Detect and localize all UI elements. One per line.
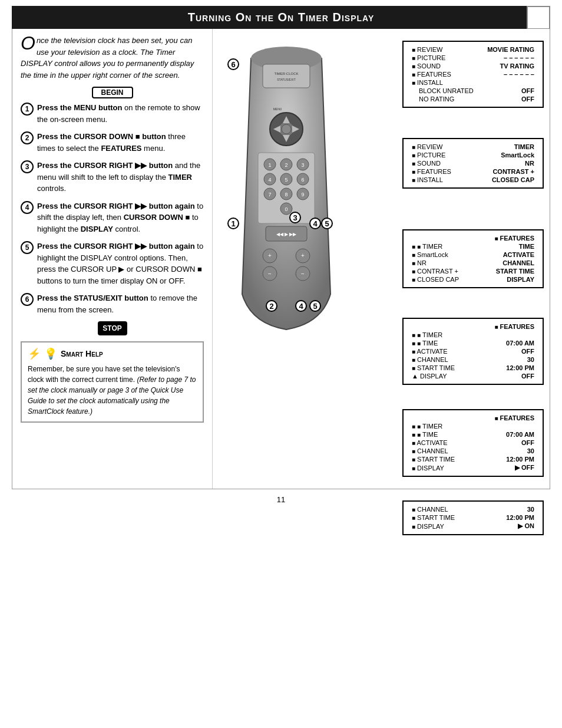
step-3: 3 Press the CURSOR RIGHT ▶▶ button and t… [21,160,204,195]
step-2: 2 Press the CURSOR DOWN ■ button three t… [21,131,204,154]
svg-point-31 [282,124,291,134]
svg-text:3: 3 [301,162,304,168]
menu-screen-2: ■ REVIEWTIMER ■ PICTURESmartLock ■ SOUND… [402,138,544,189]
step-3-text: Press the CURSOR RIGHT ▶▶ button and the… [37,160,204,195]
right-column: TIMER·CLOCK STATUS/EXIT 1 2 3 4 5 [213,29,550,489]
svg-text:−: − [268,271,272,277]
remote-step-label-6: 6 [227,58,239,70]
svg-text:1: 1 [268,162,271,168]
step-4: 4 Press the CURSOR RIGHT ▶▶ button again… [21,200,204,235]
remote-step-label-5a: 5 [309,300,321,312]
svg-text:+: + [301,252,305,259]
remote-diagram: TIMER·CLOCK STATUS/EXIT 1 2 3 4 5 [224,47,378,378]
svg-text:◀◀  ▶  ▶▶: ◀◀ ▶ ▶▶ [276,232,297,237]
step-1: 1 Press the MENU button on the remote to… [21,102,204,125]
menu-screen-3: ■ FEATURES ■ ■ TIMERTIME ■ SmartLockACTI… [402,229,544,288]
smart-help-title: ⚡ 💡 Smart Help [28,347,197,360]
drop-cap: O [21,34,35,52]
remote-step-label-4a: 4 [295,300,307,312]
svg-text:−: − [301,271,305,277]
smart-help-text: Remember, be sure you have set the telev… [28,364,197,417]
menu-screen-4: ■ FEATURES ■ ■ TIMER ■ ■ TIME07:00 AM ■ … [402,318,544,385]
svg-text:6: 6 [301,177,304,183]
step-5-number: 5 [21,241,34,254]
remote-step-label-2a: 2 [266,300,277,312]
svg-text:STATUS/EXIT: STATUS/EXIT [277,78,295,81]
svg-text:2: 2 [285,162,287,168]
corner-decoration [527,6,550,29]
step-1-text: Press the MENU button on the remote to s… [37,102,204,125]
intro-text: nce the television clock has been set, y… [21,36,194,80]
svg-text:TIMER·CLOCK: TIMER·CLOCK [274,72,298,75]
step-4-number: 4 [21,201,34,214]
remote-step-label-3: 3 [289,212,301,223]
svg-text:5: 5 [285,177,287,183]
svg-text:4: 4 [268,177,271,183]
step-6-number: 6 [21,293,34,306]
step-5: 5 Press the CURSOR RIGHT ▶▶ button again… [21,241,204,286]
main-content: O nce the television clock has been set,… [12,29,550,489]
step-3-number: 3 [21,160,34,173]
smart-help-box: ⚡ 💡 Smart Help Remember, be sure you hav… [21,341,204,423]
svg-rect-1 [263,64,310,88]
step-2-text: Press the CURSOR DOWN ■ button three tim… [37,131,204,154]
step-1-number: 1 [21,103,34,116]
remote-step-label-1: 1 [227,218,239,229]
svg-text:8: 8 [285,192,287,197]
intro-paragraph: O nce the television clock has been set,… [21,35,204,81]
begin-badge: BEGIN [92,87,133,98]
step-4-text: Press the CURSOR RIGHT ▶▶ button again t… [37,200,204,235]
svg-text:+: + [268,252,272,259]
remote-svg: TIMER·CLOCK STATUS/EXIT 1 2 3 4 5 [224,47,348,377]
svg-text:9: 9 [301,192,304,197]
lightbulb-icon: 💡 [44,347,57,360]
page-wrapper: Turning On the On Timer Display O nce th… [0,6,562,510]
remote-step-label-5b: 5 [321,218,333,229]
left-column: O nce the television clock has been set,… [12,29,213,489]
page-title: Turning On the On Timer Display [188,11,375,24]
step-6-text: Press the STATUS/EXIT button to remove t… [37,292,204,315]
svg-text:7: 7 [268,192,271,197]
step-6: 6 Press the STATUS/EXIT button to remove… [21,292,204,315]
step-5-text: Press the CURSOR RIGHT ▶▶ button again t… [37,241,204,286]
menu-screen-5: ■ FEATURES ■ ■ TIMER ■ ■ TIME07:00 AM ■ … [402,409,544,477]
menu-screen-6: ■ CHANNEL30 ■ START TIME12:00 PM ■ DISPL… [402,500,544,535]
step-2-number: 2 [21,131,34,144]
svg-text:0: 0 [285,206,287,212]
menu-screen-1: ■ REVIEWMOVIE RATING ■ PICTURE– – – – – … [402,41,544,108]
stop-badge: STOP [98,321,127,335]
page-header: Turning On the On Timer Display [12,6,550,29]
remote-step-label-4b: 4 [309,218,321,229]
zigzag-icon: ⚡ [28,347,41,360]
svg-text:MENU: MENU [273,107,282,111]
